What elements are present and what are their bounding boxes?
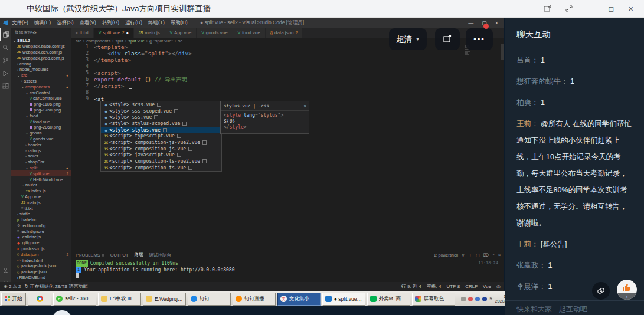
tree-item-png-1768.png[interactable]: png-1768.png [11, 107, 71, 113]
tree-item-node_modules[interactable]: ›node_modules [11, 67, 71, 73]
tree-item-.babelrc[interactable]: β.babelrc [11, 217, 71, 223]
terminal-output[interactable]: DONECompiled successfully in 1109ms11:18… [71, 259, 504, 278]
tree-item-router[interactable]: ⌄router [11, 182, 71, 188]
tree-item-food.vue[interactable]: Vfood.vue [11, 119, 71, 124]
tree-item-README.md[interactable]: iREADME.md [11, 275, 71, 281]
terminal-split-icon[interactable]: ▢ [476, 253, 480, 258]
tree-item-split.vue[interactable]: Vsplit.vue2 [11, 170, 71, 176]
menu-item[interactable]: 终端(T) [148, 19, 165, 27]
run-debug-icon[interactable] [0, 67, 11, 80]
taskbar-task-钉钉直播[interactable]: 钉钉直播 [233, 293, 276, 306]
close-button[interactable]: × [628, 4, 633, 13]
more-options-button[interactable]: ••• [466, 28, 493, 50]
breadcrumb-item[interactable]: {} "split.vue" [149, 38, 173, 44]
terminal-tab-终端[interactable]: 终端 [135, 252, 143, 258]
chat-input[interactable]: 快来和大家一起互动吧 [505, 300, 644, 315]
vscode-close-button[interactable]: × [495, 20, 498, 26]
taskbar-task-● split.vue ...[interactable]: ● split.vue ... [322, 293, 365, 306]
tree-item-src[interactable]: ⌄src● [11, 73, 71, 78]
tab-split.vue[interactable]: Vsplit.vue2● [94, 28, 134, 38]
tree-item-shopCar[interactable]: ›shopCar [11, 159, 71, 165]
taskbar-task-文化集小学三(3)...[interactable]: 文文化集小学三(3)... [277, 293, 321, 306]
statusbar-item[interactable]: UTF-8 [447, 284, 460, 289]
tree-item-package.json[interactable]: {}package.json [11, 269, 71, 275]
menu-item[interactable]: 运行(R) [125, 19, 142, 27]
tab-main.js[interactable]: JSmain.js [134, 28, 165, 38]
tab-goods.vue[interactable]: Vgoods.vue [197, 28, 233, 38]
tree-item-package-lock.json[interactable]: {}package-lock.json [11, 263, 71, 269]
tree-item-seller[interactable]: ›seller [11, 153, 71, 159]
tree-item-components[interactable]: ⌄components● [11, 84, 71, 90]
minimap[interactable] [463, 45, 471, 104]
tree-item-.editorconfig[interactable]: ⚙.editorconfig [11, 223, 71, 229]
tab-App.vue[interactable]: VApp.vue [165, 28, 197, 38]
explorer-icon[interactable] [0, 28, 11, 41]
menu-item[interactable]: 选择(S) [57, 19, 73, 27]
tree-item-webpack.dev.conf.js[interactable]: JSwebpack.dev.conf.js [11, 50, 71, 55]
tree-item-carControl.vue[interactable]: VcarControl.vue [11, 96, 71, 101]
tree-item-.gitignore[interactable]: ◆.gitignore [11, 240, 71, 246]
tree-item-data.json[interactable]: {}data.json2 [11, 251, 71, 257]
menu-item[interactable]: 查看(V) [80, 19, 96, 27]
taskbar-task-E:\中软 III(武汉...[interactable]: E:\中软 III(武汉... [98, 293, 141, 306]
menu-item[interactable]: 文件(F) [12, 19, 28, 27]
printer-tray-icon[interactable] [461, 297, 466, 301]
bluetooth-tray-icon[interactable] [482, 297, 487, 301]
statusbar-item[interactable]: Vue [483, 284, 491, 289]
tree-item-carControl[interactable]: ⌄carControl [11, 90, 71, 96]
tab-tt.txt[interactable]: ≡tt.txt [71, 28, 94, 38]
tree-item-.eslintrc.js[interactable]: ◈.eslintrc.js [11, 234, 71, 240]
suggest-item[interactable]: ●<style> stylus.vue [101, 127, 221, 133]
tree-item-main.js[interactable]: JSmain.js [11, 199, 71, 205]
taskbar-task-E:\Vadproject\se...[interactable]: E:\Vadproject\se... [143, 293, 186, 306]
statusbar-item[interactable]: CRLF [465, 284, 478, 289]
doc-close-icon[interactable]: × [303, 103, 306, 109]
extensions-icon[interactable] [0, 80, 11, 93]
statusbar-item[interactable]: 行 9, 列 4 [401, 283, 421, 290]
bell-icon[interactable]: ◎ [496, 284, 501, 289]
suggest-item[interactable]: JS<script> composition-ts.vue [101, 165, 221, 171]
taskbar-task-外卖M_商品百科...[interactable]: 外卖M_商品百科... [367, 293, 410, 306]
start-button[interactable]: 开始 [1, 293, 26, 306]
tree-item-index.html[interactable]: <>index.html [11, 257, 71, 263]
quality-selector[interactable]: 超清 ▼ [389, 28, 427, 50]
statusbar-right[interactable]: 行 9, 列 4空格: 4UTF-8CRLFVue◎ [401, 283, 501, 290]
minimize-button[interactable]: — [587, 5, 594, 12]
suggest-item[interactable]: ●<style> scss.vue [101, 101, 221, 108]
terminal-kill-icon[interactable]: ⌦ [483, 253, 489, 258]
problems-status[interactable]: ⊗ 2 ⚠ 2 [4, 284, 21, 289]
tree-item-SELL2[interactable]: ⌄SELL2 [11, 38, 71, 44]
fullscreen-icon[interactable] [565, 5, 573, 12]
code-editor[interactable]: 1<template>2 <div class="split"></div>3<… [71, 44, 504, 219]
vscode-minimize-button[interactable]: — [468, 20, 473, 26]
like-button[interactable]: 1 [617, 280, 637, 300]
breadcrumb-item[interactable]: src [76, 38, 81, 44]
tree-item-.eslintignore[interactable]: ≡.eslintignore [11, 228, 71, 234]
terminal-maximize-icon[interactable]: ^ [493, 253, 495, 257]
account-icon[interactable] [0, 264, 11, 277]
suggest-item[interactable]: ●<style> sss.vue [101, 114, 221, 120]
suggest-item[interactable]: JS<script> composition-js.vue [101, 146, 221, 152]
tree-item-static[interactable]: ›static [11, 211, 71, 217]
suggest-item[interactable]: JS<script> javascript.vue [101, 152, 221, 159]
terminal-dropdown-icon[interactable]: ∨ [462, 253, 465, 258]
taskbar-task-chrome[interactable] [28, 293, 51, 306]
tray-icon-blue[interactable] [475, 297, 480, 301]
menu-item[interactable]: 编辑(E) [34, 19, 51, 27]
tree-item-assets[interactable]: ›assets [11, 78, 71, 84]
tree-item-split[interactable]: ⌄split● [11, 165, 71, 171]
breadcrumb-item[interactable]: sc [178, 38, 182, 44]
tree-item-ratings[interactable]: ›ratings [11, 147, 71, 153]
terminal-shell-select[interactable]: 1: powershell [434, 253, 458, 257]
menu-item[interactable]: 帮助(H) [171, 19, 188, 27]
flag-tray-icon[interactable]: ⚑ [489, 297, 493, 301]
share-button[interactable] [592, 282, 610, 300]
tab-food.vue[interactable]: Vfood.vue [233, 28, 266, 38]
screen-rotate-button[interactable] [435, 28, 460, 50]
editor-scrollbar[interactable] [501, 44, 504, 60]
taskbar-task-钉钉[interactable]: 钉钉 [188, 293, 231, 306]
terminal-tab-PROBLEMS[interactable]: PROBLEMS [76, 252, 104, 258]
tab-data.json[interactable]: {}data.json2 [266, 28, 303, 38]
suggest-item[interactable]: JS<script> typescript.vue [101, 133, 221, 139]
terminal-close-icon[interactable]: × [498, 253, 501, 257]
